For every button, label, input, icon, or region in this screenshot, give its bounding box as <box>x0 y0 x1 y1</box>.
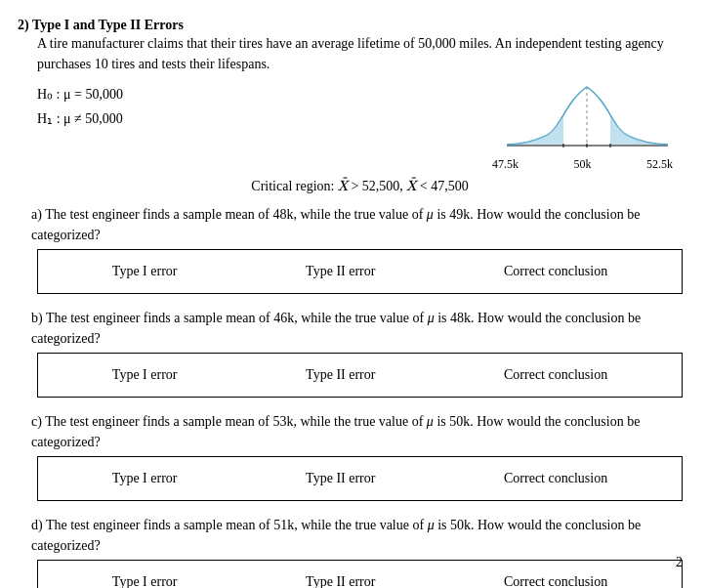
sub-question-d: d) The test engineer finds a sample mean… <box>31 515 683 556</box>
type2-choice-d[interactable]: Type II error <box>306 574 375 588</box>
sub-text-b: The test engineer finds a sample mean of… <box>31 311 641 346</box>
graph-label-center: 50k <box>574 157 592 172</box>
type1-choice-c[interactable]: Type I error <box>112 471 178 486</box>
correct-choice-b[interactable]: Correct conclusion <box>504 367 607 383</box>
normal-distribution-graph <box>497 82 678 155</box>
question-number-title: 2) Type I and Type II Errors <box>18 18 184 32</box>
type2-choice-b[interactable]: Type II error <box>306 367 375 383</box>
choice-box-b: Type I error Type II error Correct concl… <box>37 353 683 398</box>
type1-choice-a[interactable]: Type I error <box>112 264 178 279</box>
question-header: 2) Type I and Type II Errors <box>18 18 683 33</box>
graph-label-left: 47.5k <box>492 157 519 172</box>
sub-text-d: The test engineer finds a sample mean of… <box>31 518 641 553</box>
type2-choice-c[interactable]: Type II error <box>306 471 375 486</box>
sub-question-a: a) The test engineer finds a sample mean… <box>31 204 683 245</box>
page-number: 2 <box>676 555 683 570</box>
critical-region: Critical region: X̄ > 52,500, X̄ < 47,50… <box>37 178 683 194</box>
sub-label-d: d) <box>31 518 43 532</box>
hypotheses-block: H₀ : μ = 50,000 H₁ : μ ≠ 50,000 47.5k 50… <box>37 82 683 172</box>
question-title: Type I and Type II Errors <box>32 18 184 32</box>
h1: H₁ : μ ≠ 50,000 <box>37 106 123 131</box>
correct-choice-a[interactable]: Correct conclusion <box>504 264 607 279</box>
sub-text-c: The test engineer finds a sample mean of… <box>31 414 640 449</box>
type2-choice-a[interactable]: Type II error <box>306 264 375 279</box>
choice-box-d: Type I error Type II error Correct concl… <box>37 560 683 588</box>
correct-choice-c[interactable]: Correct conclusion <box>504 471 607 486</box>
sub-label-c: c) <box>31 414 42 429</box>
graph-labels: 47.5k 50k 52.5k <box>492 157 673 172</box>
graph-area: 47.5k 50k 52.5k <box>492 82 683 172</box>
sub-question-b: b) The test engineer finds a sample mean… <box>31 308 683 349</box>
type1-choice-d[interactable]: Type I error <box>112 574 178 588</box>
hypotheses: H₀ : μ = 50,000 H₁ : μ ≠ 50,000 <box>37 82 123 131</box>
sub-label-b: b) <box>31 311 43 325</box>
type1-choice-b[interactable]: Type I error <box>112 367 178 383</box>
sub-question-c: c) The test engineer finds a sample mean… <box>31 411 683 452</box>
sub-text-a: The test engineer finds a sample mean of… <box>31 207 640 242</box>
choice-box-c: Type I error Type II error Correct concl… <box>37 456 683 501</box>
h0: H₀ : μ = 50,000 <box>37 82 123 106</box>
sub-label-a: a) <box>31 207 42 222</box>
correct-choice-d[interactable]: Correct conclusion <box>504 574 607 588</box>
choice-box-a: Type I error Type II error Correct concl… <box>37 249 683 294</box>
graph-label-right: 52.5k <box>646 157 673 172</box>
intro-text: A tire manufacturer claims that their ti… <box>37 33 683 74</box>
question-number: 2) <box>18 18 29 32</box>
